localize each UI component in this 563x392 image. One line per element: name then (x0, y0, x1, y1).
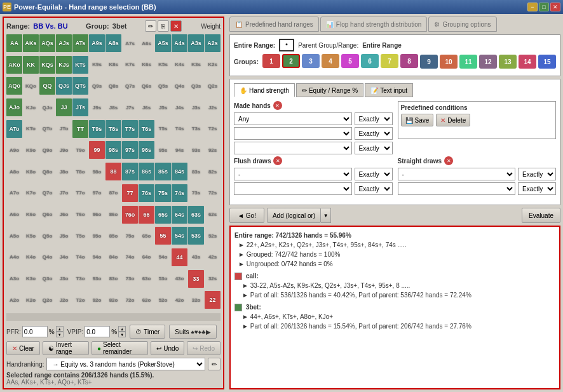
delete-range-icon[interactable]: ✕ (170, 20, 182, 32)
hand-cell-q6s[interactable]: Q6s (139, 77, 154, 95)
hand-cell-t4o[interactable]: T4o (72, 248, 88, 266)
hand-cell-43s[interactable]: 43s (188, 248, 204, 266)
timer-button[interactable]: ⏱ Timer (130, 325, 165, 339)
hand-cell-t6s[interactable]: T6s (139, 120, 154, 138)
hand-cell-j4o[interactable]: J4o (56, 248, 72, 266)
hand-cell-qto[interactable]: QTo (39, 120, 55, 138)
hand-cell-95o[interactable]: 95o (89, 227, 105, 245)
hand-cell-q6o[interactable]: Q6o (39, 206, 55, 224)
hand-cell-54s[interactable]: 54s (172, 227, 187, 245)
hand-cell-33[interactable]: 33 (188, 270, 204, 288)
vpip-input[interactable] (85, 326, 110, 337)
hand-cell-j7o[interactable]: J7o (56, 184, 72, 202)
hand-cell-t5s[interactable]: T5s (155, 120, 171, 138)
hand-cell-aqo[interactable]: AQo (6, 77, 22, 95)
group-button-14[interactable]: 14 (519, 55, 536, 69)
hand-cell-98s[interactable]: 98s (105, 141, 121, 159)
edit-icon[interactable]: ✏ (145, 20, 156, 32)
hand-cell-j3o[interactable]: J3o (56, 270, 72, 288)
hand-cell-72s[interactable]: 72s (205, 184, 220, 202)
tab-text-input[interactable]: 📝 Text input (365, 83, 413, 97)
group-button-9[interactable]: 9 (420, 55, 438, 69)
add-dropdown-button[interactable]: ▼ (321, 208, 331, 223)
group-button-8[interactable]: 8 (400, 54, 418, 68)
hand-cell-a5o[interactable]: A5o (6, 227, 22, 245)
hand-cell-j5o[interactable]: J5o (56, 227, 72, 245)
flush-draws-close[interactable]: ✕ (273, 156, 282, 165)
tab-grouping[interactable]: ⚙ Grouping options (428, 17, 496, 32)
hand-cell-32o[interactable]: 32o (188, 291, 204, 309)
hand-cell-kqs[interactable]: KQs (39, 56, 55, 74)
hand-cell-t7s[interactable]: T7s (122, 120, 138, 138)
hand-cell-t3o[interactable]: T3o (72, 270, 88, 288)
hand-cell-j9s[interactable]: J9s (89, 98, 105, 116)
hand-cell-qts[interactable]: QTs (72, 77, 88, 95)
hand-cell-k8o[interactable]: K8o (23, 163, 39, 180)
hand-cell-82s[interactable]: 82s (205, 163, 220, 180)
hand-cell-q4o[interactable]: Q4o (39, 248, 55, 266)
hand-cell-42o[interactable]: 42o (172, 291, 187, 309)
hand-cell-54o[interactable]: 54o (155, 248, 171, 266)
group-button-5[interactable]: 5 (341, 54, 359, 68)
hand-cell-64s[interactable]: 64s (172, 206, 187, 224)
hand-cell-82o[interactable]: 82o (105, 291, 121, 309)
hand-cell-63s[interactable]: 63s (188, 206, 204, 224)
hand-cell-74s[interactable]: 74s (172, 184, 187, 202)
hand-cell-87o[interactable]: 87o (105, 184, 121, 202)
hand-cell-aks[interactable]: AKs (23, 34, 39, 52)
hand-cell-85s[interactable]: 85s (155, 163, 171, 180)
hand-cell-a8s[interactable]: A8s (105, 34, 121, 52)
hand-cell-t5o[interactable]: T5o (72, 227, 88, 245)
entire-range-star-button[interactable]: * (279, 39, 294, 51)
add-logical-or-button[interactable]: Add (logical or) (267, 208, 321, 223)
hand-cell-43o[interactable]: 43o (172, 270, 187, 288)
hand-cell-52s[interactable]: 52s (205, 227, 220, 245)
group-button-6[interactable]: 6 (361, 54, 379, 68)
hand-cell-96o[interactable]: 96o (89, 206, 105, 224)
hand-cell-a6o[interactable]: A6o (6, 206, 22, 224)
hand-cell-t7o[interactable]: T7o (72, 184, 88, 202)
hand-grid[interactable]: AAAKsAQsAJsATsA9sA8sA7sA6sA5sA4sA3sA2sAK… (6, 34, 220, 312)
vpip-spinner[interactable]: ▲ ▼ (118, 326, 126, 337)
hand-cell-73o[interactable]: 73o (122, 270, 138, 288)
hand-cell-k3s[interactable]: K3s (188, 56, 204, 74)
hand-cell-a3o[interactable]: A3o (6, 270, 22, 288)
hand-cell-75o[interactable]: 75o (122, 227, 138, 245)
hand-cell-j8s[interactable]: J8s (105, 98, 121, 116)
sd-exactly-2[interactable]: Exactly (518, 182, 556, 195)
hand-cell-76o[interactable]: 76o (122, 206, 138, 224)
hand-cell-62o[interactable]: 62o (139, 291, 154, 309)
hand-cell-83o[interactable]: 83o (105, 270, 121, 288)
hand-cell-q3s[interactable]: Q3s (188, 77, 204, 95)
hand-cell-q9s[interactable]: Q9s (89, 77, 105, 95)
grid-scrollbar[interactable] (6, 313, 220, 321)
hand-cell-96s[interactable]: 96s (139, 141, 154, 159)
hand-cell-93s[interactable]: 93s (188, 141, 204, 159)
tab-equity[interactable]: ✏ Equity / Range % (296, 83, 363, 97)
hand-cell-t9o[interactable]: T9o (72, 141, 88, 159)
hand-cell-t2o[interactable]: T2o (72, 291, 88, 309)
hand-cell-kts[interactable]: KTs (72, 56, 88, 74)
hand-cell-k9s[interactable]: K9s (89, 56, 105, 74)
pfr-input[interactable] (22, 326, 48, 337)
hand-cell-62s[interactable]: 62s (205, 206, 220, 224)
evaluate-button[interactable]: Evaluate (522, 208, 560, 223)
hand-cell-87s[interactable]: 87s (122, 163, 138, 180)
tab-flop[interactable]: 📊 Flop hand strength distribution (320, 17, 428, 32)
group-button-13[interactable]: 13 (499, 55, 517, 69)
hand-cell-66[interactable]: 66 (139, 206, 154, 224)
hand-cell-qq[interactable]: QQ (39, 77, 55, 95)
made-hands-close[interactable]: ✕ (273, 101, 282, 110)
hand-cell-94s[interactable]: 94s (172, 141, 187, 159)
hand-cell-73s[interactable]: 73s (188, 184, 204, 202)
hand-cell-q7s[interactable]: Q7s (122, 77, 138, 95)
hand-cell-q5o[interactable]: Q5o (39, 227, 55, 245)
close-button[interactable]: ✕ (550, 3, 560, 11)
group-button-10[interactable]: 10 (440, 55, 458, 69)
hand-cell-j6s[interactable]: J6s (139, 98, 154, 116)
hand-cell-75s[interactable]: 75s (155, 184, 171, 202)
straight-draws-close[interactable]: ✕ (444, 156, 453, 165)
made-hands-select-2[interactable] (234, 127, 351, 140)
sd-exactly-1[interactable]: Exactly (518, 168, 556, 180)
hand-cell-55[interactable]: 55 (155, 227, 171, 245)
